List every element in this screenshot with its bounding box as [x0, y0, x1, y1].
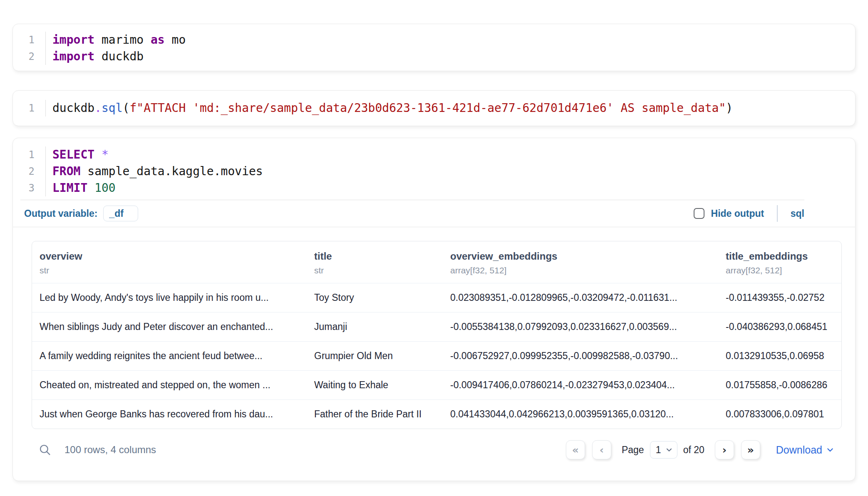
- cell-overview: Just when George Banks has recovered fro…: [32, 400, 307, 429]
- table-footer: 100 rows, 4 columns « ‹ Page 1 of 20 › »…: [32, 434, 842, 466]
- cell-title-embeddings: -0.040386293,0.068451: [718, 312, 841, 341]
- table-header-row: overview str title str overview_embeddin…: [32, 241, 841, 283]
- first-page-button[interactable]: «: [566, 440, 585, 459]
- search-icon: [38, 443, 52, 457]
- cell-title: Father of the Bride Part II: [307, 400, 443, 429]
- code-line: FROM sample_data.kaggle.movies: [52, 163, 855, 180]
- search-button[interactable]: [38, 443, 52, 457]
- code-line: import marimo as mo: [52, 32, 855, 48]
- code-line: LIMIT 100: [52, 180, 855, 196]
- table-row: A family wedding reignites the ancient f…: [32, 341, 841, 370]
- cell-overview-embeddings: 0.041433044,0.042966213,0.0039591365,0.0…: [443, 400, 718, 429]
- cell-title: Jumanji: [307, 312, 443, 341]
- cell-overview: When siblings Judy and Peter discover an…: [32, 312, 307, 341]
- column-header-title-embeddings[interactable]: title_embeddings array[f32, 512]: [718, 241, 841, 283]
- hide-output-toggle[interactable]: Hide output: [694, 208, 764, 219]
- page-label: Page: [622, 444, 644, 456]
- cell-title-embeddings: 0.0132910535,0.06958: [718, 342, 841, 370]
- line-number: 3: [13, 180, 45, 196]
- hide-output-label: Hide output: [711, 208, 764, 219]
- table-row: Just when George Banks has recovered fro…: [32, 399, 841, 429]
- column-header-overview[interactable]: overview str: [32, 241, 307, 283]
- divider: [777, 205, 778, 222]
- cell-overview-embeddings: -0.0055384138,0.07992093,0.023316627,0.0…: [443, 312, 718, 341]
- cell-overview-embeddings: -0.006752927,0.099952355,-0.009982588,-0…: [443, 342, 718, 370]
- code-line: import duckdb: [52, 48, 855, 65]
- line-number: 1: [13, 100, 45, 117]
- spacer: [13, 466, 855, 481]
- sql-cell-toolbar: Output variable: Hide output sql: [20, 200, 804, 227]
- language-button[interactable]: sql: [791, 208, 804, 219]
- row-count-summary: 100 rows, 4 columns: [64, 444, 156, 456]
- cell-overview-embeddings: -0.009417406,0.07860214,-0.023279453,0.0…: [443, 371, 718, 399]
- divider: [13, 227, 855, 227]
- total-pages-label: of 20: [683, 444, 704, 456]
- cell-overview: Led by Woody, Andy's toys live happily i…: [32, 283, 307, 312]
- download-label: Download: [776, 444, 822, 456]
- cell-overview: A family wedding reignites the ancient f…: [32, 342, 307, 370]
- code-editor-sql[interactable]: 1 2 3 SELECT * FROM sample_data.kaggle.m…: [13, 138, 855, 200]
- page-select[interactable]: 1: [650, 441, 677, 459]
- last-page-button[interactable]: »: [741, 440, 760, 459]
- result-table: overview str title str overview_embeddin…: [32, 241, 842, 429]
- cell-overview: Cheated on, mistreated and stepped on, t…: [32, 371, 307, 399]
- column-header-title[interactable]: title str: [307, 241, 443, 283]
- line-number: 2: [13, 48, 45, 65]
- code-cell-imports: 1 2 import marimo as mo import duckdb: [12, 24, 856, 71]
- line-number-gutter: 1: [13, 100, 46, 117]
- line-number-gutter: 1 2: [13, 32, 46, 65]
- column-header-overview-embeddings[interactable]: overview_embeddings array[f32, 512]: [443, 241, 718, 283]
- line-number-gutter: 1 2 3: [13, 146, 46, 196]
- code-line: duckdb.sql(f"ATTACH 'md:_share/sample_da…: [52, 100, 855, 117]
- hide-output-checkbox[interactable]: [694, 208, 704, 219]
- line-number: 2: [13, 163, 45, 180]
- chevron-down-icon: [826, 446, 834, 454]
- cell-title-embeddings: -0.011439355,-0.02752: [718, 283, 841, 312]
- chevron-down-icon: [665, 446, 673, 454]
- cell-title-embeddings: 0.007833006,0.097801: [718, 400, 841, 429]
- output-variable-label: Output variable:: [24, 208, 97, 219]
- table-row: Cheated on, mistreated and stepped on, t…: [32, 370, 841, 399]
- code-cell-attach: 1 duckdb.sql(f"ATTACH 'md:_share/sample_…: [12, 90, 856, 126]
- page-select-value: 1: [656, 444, 661, 456]
- cell-title: Grumpier Old Men: [307, 342, 443, 370]
- previous-page-button[interactable]: ‹: [592, 440, 611, 459]
- code-line: SELECT *: [52, 146, 855, 163]
- cell-title-embeddings: 0.01755858,-0.0086286: [718, 371, 841, 399]
- code-editor-imports[interactable]: 1 2 import marimo as mo import duckdb: [13, 24, 855, 71]
- next-page-button[interactable]: ›: [715, 440, 734, 459]
- cell-overview-embeddings: 0.023089351,-0.012809965,-0.03209472,-0.…: [443, 283, 718, 312]
- line-number: 1: [13, 146, 45, 163]
- download-button[interactable]: Download: [776, 444, 834, 456]
- table-row: When siblings Judy and Peter discover an…: [32, 312, 841, 341]
- line-number: 1: [13, 32, 45, 48]
- table-row: Led by Woody, Andy's toys live happily i…: [32, 283, 841, 312]
- cell-title: Toy Story: [307, 283, 443, 312]
- output-variable-input[interactable]: [103, 206, 138, 221]
- sql-cell: 1 2 3 SELECT * FROM sample_data.kaggle.m…: [12, 138, 856, 481]
- cell-title: Waiting to Exhale: [307, 371, 443, 399]
- code-editor-attach[interactable]: 1 duckdb.sql(f"ATTACH 'md:_share/sample_…: [13, 91, 855, 126]
